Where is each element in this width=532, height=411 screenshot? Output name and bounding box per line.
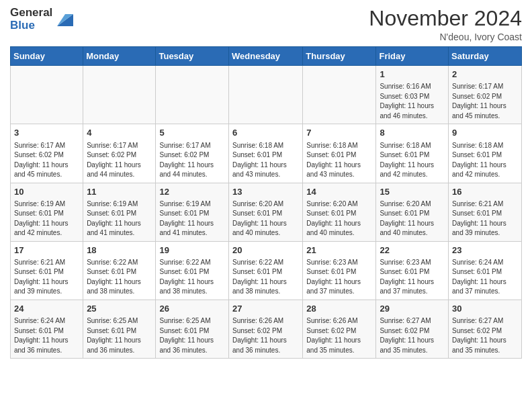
calendar-cell: 7Sunrise: 6:18 AM Sunset: 6:01 PM Daylig… (303, 124, 376, 183)
day-info: Sunrise: 6:24 AM Sunset: 6:01 PM Dayligh… (14, 316, 79, 355)
day-number: 11 (87, 186, 152, 198)
day-info: Sunrise: 6:27 AM Sunset: 6:02 PM Dayligh… (380, 316, 445, 355)
calendar-header-tuesday: Tuesday (156, 47, 229, 66)
calendar-cell (156, 66, 229, 124)
calendar-header-friday: Friday (376, 47, 449, 66)
day-number: 2 (452, 68, 518, 81)
day-info: Sunrise: 6:22 AM Sunset: 6:01 PM Dayligh… (87, 258, 152, 297)
day-info: Sunrise: 6:23 AM Sunset: 6:01 PM Dayligh… (380, 258, 445, 297)
day-number: 26 (159, 303, 225, 315)
day-number: 8 (380, 127, 445, 139)
day-number: 30 (452, 303, 518, 315)
calendar-header-monday: Monday (83, 47, 156, 66)
day-number: 22 (380, 244, 445, 257)
logo-text: General Blue (10, 7, 52, 32)
day-number: 4 (87, 127, 152, 139)
calendar-cell: 21Sunrise: 6:23 AM Sunset: 6:01 PM Dayli… (303, 241, 376, 300)
day-info: Sunrise: 6:25 AM Sunset: 6:01 PM Dayligh… (87, 316, 152, 355)
calendar-cell: 15Sunrise: 6:20 AM Sunset: 6:01 PM Dayli… (376, 183, 449, 241)
day-number: 17 (14, 244, 79, 257)
calendar-header-saturday: Saturday (449, 47, 522, 66)
calendar-cell: 1Sunrise: 6:16 AM Sunset: 6:03 PM Daylig… (376, 66, 449, 124)
location: N'deou, Ivory Coast (369, 32, 522, 42)
day-number: 12 (159, 186, 225, 198)
calendar-cell: 4Sunrise: 6:17 AM Sunset: 6:02 PM Daylig… (83, 124, 156, 183)
day-info: Sunrise: 6:18 AM Sunset: 6:01 PM Dayligh… (380, 141, 445, 180)
logo-blue-text: Blue (10, 19, 52, 32)
day-number: 9 (452, 127, 518, 139)
calendar-week-row: 1Sunrise: 6:16 AM Sunset: 6:03 PM Daylig… (11, 66, 522, 124)
calendar-header-thursday: Thursday (303, 47, 376, 66)
day-info: Sunrise: 6:25 AM Sunset: 6:01 PM Dayligh… (159, 316, 225, 355)
calendar-week-row: 17Sunrise: 6:21 AM Sunset: 6:01 PM Dayli… (11, 241, 522, 300)
day-number: 28 (306, 303, 372, 315)
day-number: 5 (159, 127, 225, 139)
day-info: Sunrise: 6:26 AM Sunset: 6:02 PM Dayligh… (232, 316, 299, 355)
day-info: Sunrise: 6:19 AM Sunset: 6:01 PM Dayligh… (14, 199, 79, 238)
day-number: 29 (380, 303, 445, 315)
calendar-week-row: 3Sunrise: 6:17 AM Sunset: 6:02 PM Daylig… (11, 124, 522, 183)
day-number: 10 (14, 186, 79, 198)
day-info: Sunrise: 6:18 AM Sunset: 6:01 PM Dayligh… (306, 141, 372, 180)
calendar-week-row: 10Sunrise: 6:19 AM Sunset: 6:01 PM Dayli… (11, 183, 522, 241)
calendar-cell: 9Sunrise: 6:18 AM Sunset: 6:01 PM Daylig… (449, 124, 522, 183)
day-info: Sunrise: 6:22 AM Sunset: 6:01 PM Dayligh… (232, 258, 299, 297)
calendar-cell: 14Sunrise: 6:20 AM Sunset: 6:01 PM Dayli… (303, 183, 376, 241)
day-number: 24 (14, 303, 79, 315)
calendar-cell: 29Sunrise: 6:27 AM Sunset: 6:02 PM Dayli… (376, 300, 449, 358)
day-number: 27 (232, 303, 299, 315)
day-info: Sunrise: 6:26 AM Sunset: 6:02 PM Dayligh… (306, 316, 372, 355)
calendar-cell (303, 66, 376, 124)
month-title: November 2024 (369, 7, 522, 30)
calendar-cell (11, 66, 83, 124)
day-info: Sunrise: 6:18 AM Sunset: 6:01 PM Dayligh… (232, 141, 299, 180)
day-info: Sunrise: 6:21 AM Sunset: 6:01 PM Dayligh… (452, 199, 518, 238)
calendar-header-sunday: Sunday (11, 47, 83, 66)
calendar-cell: 3Sunrise: 6:17 AM Sunset: 6:02 PM Daylig… (11, 124, 83, 183)
day-number: 14 (306, 186, 372, 198)
day-number: 13 (232, 186, 299, 198)
day-number: 18 (87, 244, 152, 257)
day-info: Sunrise: 6:17 AM Sunset: 6:02 PM Dayligh… (87, 141, 152, 180)
calendar-cell: 25Sunrise: 6:25 AM Sunset: 6:01 PM Dayli… (83, 300, 156, 358)
calendar-cell: 13Sunrise: 6:20 AM Sunset: 6:01 PM Dayli… (229, 183, 303, 241)
calendar-cell (83, 66, 156, 124)
logo-general-text: General (10, 7, 52, 19)
day-number: 1 (380, 68, 445, 81)
page: General Blue November 2024 N'deou, Ivory… (0, 0, 532, 365)
day-number: 6 (232, 127, 299, 139)
day-info: Sunrise: 6:17 AM Sunset: 6:02 PM Dayligh… (14, 141, 79, 180)
day-number: 3 (14, 127, 79, 139)
calendar-week-row: 24Sunrise: 6:24 AM Sunset: 6:01 PM Dayli… (11, 300, 522, 358)
title-block: November 2024 N'deou, Ivory Coast (369, 7, 522, 42)
calendar-cell: 18Sunrise: 6:22 AM Sunset: 6:01 PM Dayli… (83, 241, 156, 300)
calendar-cell: 5Sunrise: 6:17 AM Sunset: 6:02 PM Daylig… (156, 124, 229, 183)
header: General Blue November 2024 N'deou, Ivory… (10, 7, 522, 42)
calendar-cell: 24Sunrise: 6:24 AM Sunset: 6:01 PM Dayli… (11, 300, 83, 358)
calendar-cell: 11Sunrise: 6:19 AM Sunset: 6:01 PM Dayli… (83, 183, 156, 241)
calendar-cell: 22Sunrise: 6:23 AM Sunset: 6:01 PM Dayli… (376, 241, 449, 300)
day-info: Sunrise: 6:20 AM Sunset: 6:01 PM Dayligh… (306, 199, 372, 238)
day-info: Sunrise: 6:22 AM Sunset: 6:01 PM Dayligh… (159, 258, 225, 297)
day-number: 20 (232, 244, 299, 257)
calendar-cell: 27Sunrise: 6:26 AM Sunset: 6:02 PM Dayli… (229, 300, 303, 358)
day-info: Sunrise: 6:17 AM Sunset: 6:02 PM Dayligh… (452, 82, 518, 121)
calendar-cell: 17Sunrise: 6:21 AM Sunset: 6:01 PM Dayli… (11, 241, 83, 300)
day-number: 21 (306, 244, 372, 257)
calendar-cell: 16Sunrise: 6:21 AM Sunset: 6:01 PM Dayli… (449, 183, 522, 241)
day-info: Sunrise: 6:20 AM Sunset: 6:01 PM Dayligh… (380, 199, 445, 238)
calendar-cell: 23Sunrise: 6:24 AM Sunset: 6:01 PM Dayli… (449, 241, 522, 300)
calendar-cell: 20Sunrise: 6:22 AM Sunset: 6:01 PM Dayli… (229, 241, 303, 300)
day-number: 19 (159, 244, 225, 257)
day-info: Sunrise: 6:17 AM Sunset: 6:02 PM Dayligh… (159, 141, 225, 180)
calendar-cell: 12Sunrise: 6:19 AM Sunset: 6:01 PM Dayli… (156, 183, 229, 241)
calendar-cell: 10Sunrise: 6:19 AM Sunset: 6:01 PM Dayli… (11, 183, 83, 241)
day-info: Sunrise: 6:24 AM Sunset: 6:01 PM Dayligh… (452, 258, 518, 297)
day-info: Sunrise: 6:23 AM Sunset: 6:01 PM Dayligh… (306, 258, 372, 297)
calendar-cell: 19Sunrise: 6:22 AM Sunset: 6:01 PM Dayli… (156, 241, 229, 300)
calendar-header-wednesday: Wednesday (229, 47, 303, 66)
calendar-header-row: SundayMondayTuesdayWednesdayThursdayFrid… (11, 47, 522, 66)
day-number: 23 (452, 244, 518, 257)
day-number: 7 (306, 127, 372, 139)
logo-icon (54, 7, 76, 29)
